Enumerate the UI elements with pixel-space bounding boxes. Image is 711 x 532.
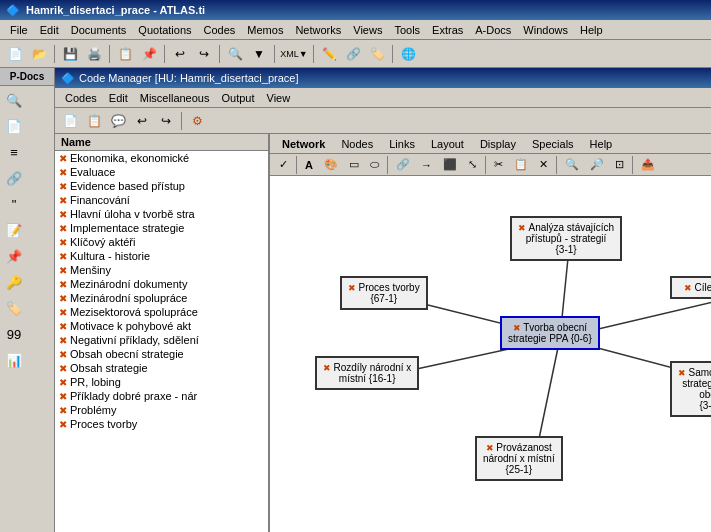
pdocs-icon-chart[interactable]: 📊 — [2, 348, 26, 372]
pdocs-icon-search[interactable]: 🔍 — [2, 88, 26, 112]
cm-new-btn[interactable]: 📄 — [59, 110, 81, 132]
pdocs-icon-doc[interactable]: 📄 — [2, 114, 26, 138]
pdocs-icon-num[interactable]: 99 — [2, 322, 26, 346]
code-item[interactable]: ✖Evaluace — [55, 165, 268, 179]
cm-menu-edit[interactable]: Edit — [103, 90, 134, 106]
net-fit-btn[interactable]: ⊡ — [610, 155, 629, 175]
net-copy-btn[interactable]: 📋 — [509, 155, 533, 175]
menu-help[interactable]: Help — [574, 22, 609, 38]
menu-windows[interactable]: Windows — [517, 22, 574, 38]
net-arrow-btn[interactable]: → — [416, 155, 437, 175]
pdocs-icon-memo[interactable]: 📝 — [2, 218, 26, 242]
code-item[interactable]: ✖Mezinárodní dokumenty — [55, 277, 268, 291]
net-text-btn[interactable]: A — [300, 155, 318, 175]
code-item[interactable]: ✖Implementace strategie — [55, 221, 268, 235]
cm-redo-btn[interactable]: ↪ — [155, 110, 177, 132]
net-cut-btn[interactable]: ✂ — [489, 155, 508, 175]
code-item[interactable]: ✖Problémy — [55, 403, 268, 417]
code-item[interactable]: ✖Menšiny — [55, 263, 268, 277]
menu-codes[interactable]: Codes — [198, 22, 242, 38]
menu-tools[interactable]: Tools — [388, 22, 426, 38]
net-menu-help[interactable]: Help — [582, 136, 621, 152]
paste-btn[interactable]: 📌 — [138, 43, 160, 65]
net-node-n6[interactable]: ✖ Samostatnástrategie pro obce{3-1} — [670, 361, 711, 417]
undo-btn[interactable]: ↩ — [169, 43, 191, 65]
redo-btn[interactable]: ↪ — [193, 43, 215, 65]
net-node-n7[interactable]: ✖ Provázanostnárodní x místní{25-1} — [475, 436, 563, 481]
link-btn[interactable]: 🔗 — [342, 43, 364, 65]
net-node-n1[interactable]: ✖ Proces tvorby{67-1} — [340, 276, 428, 310]
save-btn[interactable]: 💾 — [59, 43, 81, 65]
menu-memos[interactable]: Memos — [241, 22, 289, 38]
filter-btn[interactable]: ▼ — [248, 43, 270, 65]
pdocs-icon-quote[interactable]: " — [2, 192, 26, 216]
pdocs-icon-link[interactable]: 🔗 — [2, 166, 26, 190]
net-zoom-btn[interactable]: 🔍 — [560, 155, 584, 175]
code-item[interactable]: ✖Příklady dobré praxe - nár — [55, 389, 268, 403]
net-resize-btn[interactable]: ⤡ — [463, 155, 482, 175]
net-menu-layout[interactable]: Layout — [423, 136, 472, 152]
pdocs-icon-pin[interactable]: 📌 — [2, 244, 26, 268]
net-del-btn[interactable]: ✕ — [534, 155, 553, 175]
pdocs-icon-tag[interactable]: 🏷️ — [2, 296, 26, 320]
pdocs-icon-list[interactable]: ≡ — [2, 140, 26, 164]
menu-adocs[interactable]: A-Docs — [469, 22, 517, 38]
menu-extras[interactable]: Extras — [426, 22, 469, 38]
net-link-btn[interactable]: 🔗 — [391, 155, 415, 175]
code-item[interactable]: ✖Klíčový aktéři — [55, 235, 268, 249]
pencil-btn[interactable]: ✏️ — [318, 43, 340, 65]
cm-undo-btn[interactable]: ↩ — [131, 110, 153, 132]
menu-edit[interactable]: Edit — [34, 22, 65, 38]
net-node-n2[interactable]: ✖ Analýza stávajícíchpřístupů - strategi… — [510, 216, 622, 261]
code-item[interactable]: ✖Mezinárodní spolupráce — [55, 291, 268, 305]
code-item[interactable]: ✖Obsah obecní strategie — [55, 347, 268, 361]
menu-file[interactable]: File — [4, 22, 34, 38]
net-node-n5[interactable]: ✖ Rozdíly národní xmístní {16-1} — [315, 356, 419, 390]
net-menu-network[interactable]: Network — [274, 136, 333, 152]
net-node-n3[interactable]: ✖ Tvorba obecnístrategie PPA {0-6} — [500, 316, 600, 350]
cm-menu-view[interactable]: View — [261, 90, 297, 106]
pdocs-icon-key[interactable]: 🔑 — [2, 270, 26, 294]
copy-btn[interactable]: 📋 — [114, 43, 136, 65]
net-node-btn[interactable]: ⬛ — [438, 155, 462, 175]
code-item[interactable]: ✖Obsah strategie — [55, 361, 268, 375]
code-item[interactable]: ✖Mezisektorová spolupráce — [55, 305, 268, 319]
cm-menu-codes[interactable]: Codes — [59, 90, 103, 106]
code-item[interactable]: ✖Evidence based přístup — [55, 179, 268, 193]
menu-quotations[interactable]: Quotations — [132, 22, 197, 38]
net-check-btn[interactable]: ✓ — [274, 155, 293, 175]
code-item[interactable]: ✖Hlavní úloha v tvorbě stra — [55, 207, 268, 221]
net-menu-specials[interactable]: Specials — [524, 136, 582, 152]
cm-copy-btn[interactable]: 📋 — [83, 110, 105, 132]
net-menu-links[interactable]: Links — [381, 136, 423, 152]
code-item[interactable]: ✖Proces tvorby — [55, 417, 268, 431]
code-item[interactable]: ✖Ekonomika, ekonomické — [55, 151, 268, 165]
net-oval-btn[interactable]: ⬭ — [365, 155, 384, 175]
cm-menu-misc[interactable]: Miscellaneous — [134, 90, 216, 106]
net-color-btn[interactable]: 🎨 — [319, 155, 343, 175]
menu-documents[interactable]: Documents — [65, 22, 133, 38]
globe-btn[interactable]: 🌐 — [397, 43, 419, 65]
net-menu-nodes[interactable]: Nodes — [333, 136, 381, 152]
menu-networks[interactable]: Networks — [289, 22, 347, 38]
code-item[interactable]: ✖Negativní příklady, sdělení — [55, 333, 268, 347]
net-export-btn[interactable]: 📤 — [636, 155, 660, 175]
net-rect-btn[interactable]: ▭ — [344, 155, 364, 175]
code-item[interactable]: ✖PR, lobing — [55, 375, 268, 389]
print-btn[interactable]: 🖨️ — [83, 43, 105, 65]
menu-views[interactable]: Views — [347, 22, 388, 38]
network-canvas[interactable]: ✖ Proces tvorby{67-1}✖ Analýza stávající… — [270, 176, 711, 532]
xml-btn[interactable]: XML▼ — [279, 43, 309, 65]
open-btn[interactable]: 📂 — [28, 43, 50, 65]
tag-btn[interactable]: 🏷️ — [366, 43, 388, 65]
cm-color-btn[interactable]: ⚙ — [186, 110, 208, 132]
code-item[interactable]: ✖Kultura - historie — [55, 249, 268, 263]
new-btn[interactable]: 📄 — [4, 43, 26, 65]
code-item[interactable]: ✖Financování — [55, 193, 268, 207]
search-btn[interactable]: 🔍 — [224, 43, 246, 65]
code-item[interactable]: ✖Motivace k pohybové akt — [55, 319, 268, 333]
net-node-n4[interactable]: ✖ Cíle {9-1} — [670, 276, 711, 299]
net-zoomout-btn[interactable]: 🔎 — [585, 155, 609, 175]
net-menu-display[interactable]: Display — [472, 136, 524, 152]
cm-menu-output[interactable]: Output — [215, 90, 260, 106]
